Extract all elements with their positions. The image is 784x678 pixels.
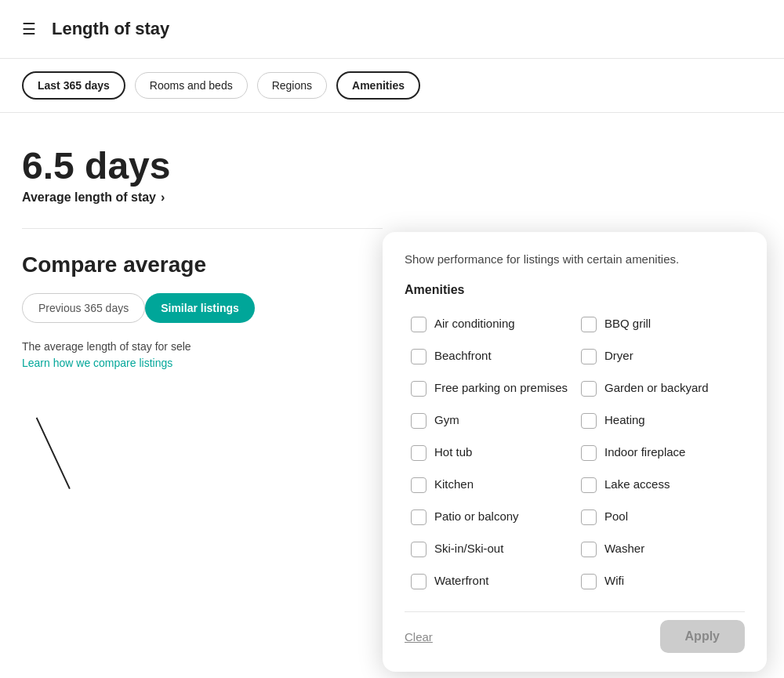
amenity-item-garden[interactable]: Garden or backyard bbox=[575, 372, 745, 404]
apply-button[interactable]: Apply bbox=[660, 620, 745, 653]
amenity-label-kitchen: Kitchen bbox=[434, 477, 474, 492]
amenity-item-waterfront[interactable]: Waterfront bbox=[405, 565, 575, 597]
amenity-label-hot-tub: Hot tub bbox=[434, 444, 472, 460]
amenity-checkbox-pool[interactable] bbox=[581, 509, 597, 525]
hamburger-icon[interactable]: ☰ bbox=[22, 20, 36, 38]
amenity-item-gym[interactable]: Gym bbox=[405, 404, 575, 437]
dropdown-description: Show performance for listings with certa… bbox=[405, 251, 745, 267]
amenity-item-pool[interactable]: Pool bbox=[575, 501, 745, 533]
amenity-item-wifi[interactable]: Wifi bbox=[575, 565, 745, 597]
amenity-item-ski[interactable]: Ski-in/Ski-out bbox=[405, 533, 575, 565]
amenity-checkbox-patio[interactable] bbox=[411, 509, 426, 525]
amenity-item-patio[interactable]: Patio or balcony bbox=[405, 501, 575, 533]
main-content: 6.5 days Average length of stay › Compar… bbox=[0, 113, 784, 505]
amenity-item-dryer[interactable]: Dryer bbox=[575, 340, 745, 372]
amenity-label-patio: Patio or balcony bbox=[434, 509, 519, 524]
amenity-item-heating[interactable]: Heating bbox=[575, 404, 745, 437]
amenity-label-gym: Gym bbox=[434, 412, 459, 428]
amenity-item-washer[interactable]: Washer bbox=[575, 533, 745, 565]
stat-value: 6.5 days bbox=[22, 144, 762, 187]
amenity-item-free-parking[interactable]: Free parking on premises bbox=[405, 372, 575, 404]
amenity-checkbox-gym[interactable] bbox=[411, 413, 426, 429]
amenity-checkbox-free-parking[interactable] bbox=[411, 381, 426, 397]
amenity-label-lake-access: Lake access bbox=[604, 477, 670, 492]
amenity-label-garden: Garden or backyard bbox=[604, 380, 709, 396]
dropdown-footer: Clear Apply bbox=[405, 611, 745, 653]
amenity-item-lake-access[interactable]: Lake access bbox=[575, 469, 745, 501]
amenity-checkbox-garden[interactable] bbox=[581, 381, 597, 397]
stat-arrow-icon[interactable]: › bbox=[161, 190, 165, 205]
section-divider bbox=[22, 228, 383, 229]
amenity-label-washer: Washer bbox=[604, 541, 644, 557]
amenity-checkbox-beachfront[interactable] bbox=[411, 349, 426, 364]
filter-pill-amenities[interactable]: Amenities bbox=[336, 71, 420, 100]
amenity-label-wifi: Wifi bbox=[604, 573, 624, 589]
amenity-label-bbq-grill: BBQ grill bbox=[604, 316, 651, 332]
amenity-label-ski: Ski-in/Ski-out bbox=[434, 541, 503, 557]
amenity-checkbox-kitchen[interactable] bbox=[411, 477, 426, 493]
amenity-label-heating: Heating bbox=[604, 412, 645, 428]
chart-area bbox=[22, 395, 351, 489]
amenity-checkbox-washer[interactable] bbox=[581, 542, 597, 557]
amenities-dropdown: Show performance for listings with certa… bbox=[383, 232, 767, 672]
amenity-checkbox-bbq-grill[interactable] bbox=[581, 317, 597, 332]
amenity-label-beachfront: Beachfront bbox=[434, 348, 492, 364]
header: ☰ Length of stay bbox=[0, 0, 784, 59]
amenity-item-indoor-fireplace[interactable]: Indoor fireplace bbox=[575, 437, 745, 469]
filter-pill-rooms[interactable]: Rooms and beds bbox=[135, 72, 248, 99]
amenity-checkbox-dryer[interactable] bbox=[581, 349, 597, 364]
learn-link[interactable]: Learn how we compare listings bbox=[22, 357, 172, 369]
amenities-grid: Air conditioning BBQ grill Beachfront Dr… bbox=[405, 308, 745, 597]
amenity-item-bbq-grill[interactable]: BBQ grill bbox=[575, 308, 745, 340]
compare-btn-prev365[interactable]: Previous 365 days bbox=[22, 293, 145, 323]
amenity-checkbox-lake-access[interactable] bbox=[581, 477, 597, 493]
amenity-label-pool: Pool bbox=[604, 509, 628, 524]
clear-button[interactable]: Clear bbox=[405, 630, 433, 644]
amenity-item-kitchen[interactable]: Kitchen bbox=[405, 469, 575, 501]
amenity-label-dryer: Dryer bbox=[604, 348, 633, 364]
amenity-checkbox-waterfront[interactable] bbox=[411, 574, 426, 589]
amenity-checkbox-heating[interactable] bbox=[581, 413, 597, 429]
amenity-label-air-conditioning: Air conditioning bbox=[434, 316, 515, 332]
amenity-item-air-conditioning[interactable]: Air conditioning bbox=[405, 308, 575, 340]
filters-bar: Last 365 days Rooms and beds Regions Ame… bbox=[0, 59, 784, 113]
amenity-checkbox-air-conditioning[interactable] bbox=[411, 317, 426, 332]
amenity-label-indoor-fireplace: Indoor fireplace bbox=[604, 444, 685, 460]
compare-btn-similar[interactable]: Similar listings bbox=[145, 293, 255, 323]
page-title: Length of stay bbox=[52, 19, 169, 39]
chart-line bbox=[36, 418, 71, 489]
filter-pill-last365[interactable]: Last 365 days bbox=[22, 71, 125, 100]
amenity-checkbox-indoor-fireplace[interactable] bbox=[581, 445, 597, 461]
amenity-label-free-parking: Free parking on premises bbox=[434, 380, 568, 396]
amenity-checkbox-hot-tub[interactable] bbox=[411, 445, 426, 461]
compare-desc: The average length of stay for sele Lear… bbox=[22, 339, 367, 372]
amenity-label-waterfront: Waterfront bbox=[434, 573, 488, 589]
amenity-checkbox-ski[interactable] bbox=[411, 542, 426, 557]
amenity-item-hot-tub[interactable]: Hot tub bbox=[405, 437, 575, 469]
filter-pill-regions[interactable]: Regions bbox=[257, 72, 327, 99]
amenities-section-label: Amenities bbox=[405, 283, 745, 297]
amenity-item-beachfront[interactable]: Beachfront bbox=[405, 340, 575, 372]
stat-label: Average length of stay › bbox=[22, 190, 762, 205]
amenity-checkbox-wifi[interactable] bbox=[581, 574, 597, 589]
